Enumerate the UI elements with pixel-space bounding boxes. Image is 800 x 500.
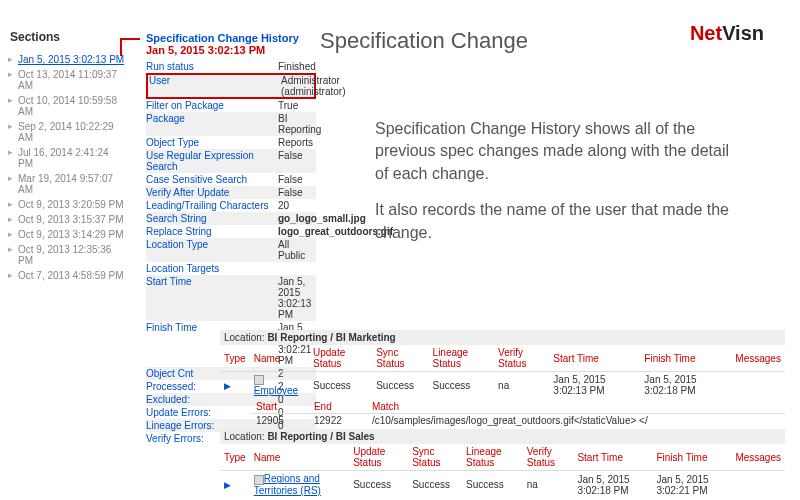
location-header: Location: BI Reporting / BI Marketing: [220, 330, 785, 345]
table-cell: Employee: [250, 372, 309, 399]
table-cell: Success: [408, 471, 462, 498]
detail-row: Case Sensitive SearchFalse: [146, 173, 316, 186]
sidebar-header: Sections: [10, 30, 125, 44]
table-header: Verify Status: [523, 444, 574, 471]
detail-value: 20: [278, 200, 289, 211]
detail-key: Use Regular Expression Search: [146, 150, 278, 172]
doc-icon: [254, 375, 264, 385]
table-header: Sync Status: [408, 444, 462, 471]
location-header: Location: BI Reporting / BI Sales: [220, 429, 785, 444]
detail-row: Replace Stringlogo_great_outdoors.gif: [146, 225, 316, 238]
detail-key: Leading/Trailing Characters: [146, 200, 278, 211]
table-header: Lineage Status: [462, 444, 523, 471]
table-header: Lineage Status: [429, 345, 495, 372]
table-cell: Success: [372, 372, 428, 399]
match-row: 1290512922/c10/samples/images/logo_great…: [250, 414, 785, 428]
table-row: ▶EmployeeSuccessSuccessSuccessnaJan 5, 2…: [220, 372, 785, 399]
detail-row: Use Regular Expression SearchFalse: [146, 149, 316, 173]
expand-icon[interactable]: ▶: [224, 381, 231, 391]
detail-key: Location Type: [146, 239, 278, 261]
detail-row: Run statusFinished: [146, 60, 316, 73]
sidebar-item[interactable]: Oct 9, 2013 3:14:29 PM: [10, 227, 125, 242]
sidebar-item[interactable]: Jul 16, 2014 2:41:24 PM: [10, 145, 125, 171]
sidebar-item[interactable]: Jan 5, 2015 3:02:13 PM: [10, 52, 125, 67]
table-header: Start Time: [549, 345, 640, 372]
table-cell: na: [523, 471, 574, 498]
callout-line: [120, 38, 140, 56]
sidebar-item[interactable]: Mar 19, 2014 9:57:07 AM: [10, 171, 125, 197]
detail-row: Object TypeReports: [146, 136, 316, 149]
row-name-link[interactable]: Employee: [254, 385, 298, 396]
detail-row: Search Stringgo_logo_small.jpg: [146, 212, 316, 225]
detail-value: Finished: [278, 61, 316, 72]
table-header: Messages: [731, 444, 785, 471]
detail-value: True: [278, 100, 298, 111]
detail-row: Filter on PackageTrue: [146, 99, 316, 112]
detail-title: Specification Change History: [146, 32, 316, 44]
table-header: Finish Time: [652, 444, 731, 471]
row-name-link[interactable]: Regions and Territories (RS): [254, 473, 321, 495]
detail-value: All Public: [278, 239, 316, 261]
table-header: Start Time: [573, 444, 652, 471]
table-header: Name: [250, 444, 349, 471]
doc-icon: [254, 475, 264, 485]
detail-key: Filter on Package: [146, 100, 278, 111]
table-cell: Success: [462, 471, 523, 498]
detail-value: False: [278, 187, 302, 198]
logo-visn: Visn: [722, 22, 764, 44]
table-cell: Regions and Territories (RS): [250, 471, 349, 498]
detail-key: Package: [146, 113, 278, 135]
detail-row: Verify After UpdateFalse: [146, 186, 316, 199]
detail-key: Replace String: [146, 226, 278, 237]
description-p2: It also records the name of the user tha…: [375, 199, 735, 244]
table-cell: Jan 5, 2015 3:02:21 PM: [652, 471, 731, 498]
logo: NetVisn: [690, 22, 764, 45]
results-panel: Location: BI Reporting / BI MarketingTyp…: [220, 330, 785, 500]
detail-key: Object Type: [146, 137, 278, 148]
table-cell: Success: [429, 372, 495, 399]
sidebar-item[interactable]: Oct 9, 2013 3:20:59 PM: [10, 197, 125, 212]
sidebar: Sections Jan 5, 2015 3:02:13 PM Oct 13, …: [10, 30, 125, 283]
detail-value: Jan 5, 2015 3:02:13 PM: [278, 276, 316, 320]
detail-key: Case Sensitive Search: [146, 174, 278, 185]
location-value: BI Reporting / BI Sales: [267, 431, 374, 442]
match-table: StartEndMatch1290512922/c10/samples/imag…: [250, 400, 785, 427]
table-header: Type: [220, 444, 250, 471]
description: Specification Change History shows all o…: [375, 118, 735, 258]
detail-row: Leading/Trailing Characters20: [146, 199, 316, 212]
location-label: Location:: [224, 431, 267, 442]
detail-date: Jan 5, 2015 3:02:13 PM: [146, 44, 316, 56]
page-title: Specification Change: [320, 28, 528, 54]
table-header: Update Status: [309, 345, 372, 372]
detail-key: User: [149, 75, 281, 97]
detail-key: Run status: [146, 61, 278, 72]
table-header: Verify Status: [494, 345, 549, 372]
sidebar-item[interactable]: Oct 9, 2013 3:15:37 PM: [10, 212, 125, 227]
detail-value: Reports: [278, 137, 313, 148]
results-table: TypeNameUpdate StatusSync StatusLineage …: [220, 345, 785, 398]
table-cell: [731, 372, 785, 399]
sidebar-item[interactable]: Oct 13, 2014 11:09:37 AM: [10, 67, 125, 93]
match-cell: 12905: [250, 414, 308, 428]
table-header: Name: [250, 345, 309, 372]
detail-value: False: [278, 150, 302, 172]
sidebar-item[interactable]: Oct 10, 2014 10:59:58 AM: [10, 93, 125, 119]
expand-icon[interactable]: ▶: [224, 480, 231, 490]
location-value: BI Reporting / BI Marketing: [267, 332, 395, 343]
detail-value: BI Reporting: [278, 113, 321, 135]
detail-row: UserAdministrator (administrator): [146, 73, 316, 99]
table-cell: ▶: [220, 471, 250, 498]
match-header: Start: [250, 400, 308, 414]
table-header: Update Status: [349, 444, 408, 471]
description-p1: Specification Change History shows all o…: [375, 118, 735, 185]
sidebar-item[interactable]: Oct 7, 2013 4:58:59 PM: [10, 268, 125, 283]
match-cell: 12922: [308, 414, 366, 428]
sidebar-item[interactable]: Sep 2, 2014 10:22:29 AM: [10, 119, 125, 145]
sidebar-item[interactable]: Oct 9, 2013 12:35:36 PM: [10, 242, 125, 268]
detail-row: Location TypeAll Public: [146, 238, 316, 262]
detail-value: False: [278, 174, 302, 185]
table-cell: Jan 5, 2015 3:02:13 PM: [549, 372, 640, 399]
detail-row: PackageBI Reporting: [146, 112, 316, 136]
table-cell: na: [494, 372, 549, 399]
match-header: Match: [366, 400, 785, 414]
